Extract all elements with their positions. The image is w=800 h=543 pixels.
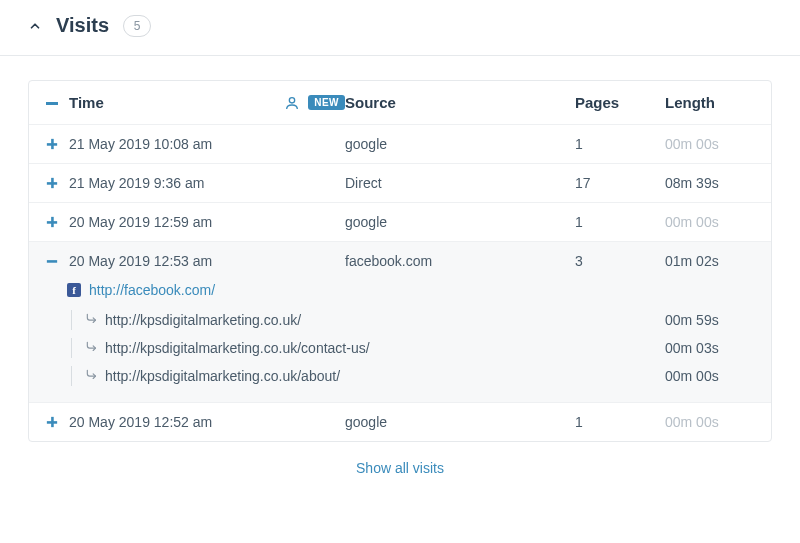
referrer-row: fhttp://facebook.com/ [29, 280, 771, 304]
svg-rect-3 [47, 143, 57, 146]
tree-line [71, 310, 72, 330]
page-url: http://kpsdigitalmarketing.co.uk/ [105, 312, 665, 328]
visit-length: 00m 00s [665, 414, 755, 430]
collapse-row-icon[interactable] [45, 254, 59, 268]
visit-length: 08m 39s [665, 175, 755, 191]
collapse-section-icon[interactable] [28, 19, 42, 33]
visit-time: 20 May 2019 12:59 am [69, 214, 212, 230]
visit-time: 21 May 2019 10:08 am [69, 136, 212, 152]
tree-line [71, 366, 72, 386]
visit-pages: 1 [575, 414, 665, 430]
facebook-icon: f [67, 283, 81, 297]
section-title: Visits [56, 14, 109, 37]
visit-length: 00m 00s [665, 136, 755, 152]
visit-source: facebook.com [345, 253, 575, 269]
visit-pages: 1 [575, 136, 665, 152]
svg-rect-5 [47, 182, 57, 185]
page-url: http://kpsdigitalmarketing.co.uk/contact… [105, 340, 665, 356]
visit-pages: 3 [575, 253, 665, 269]
table-row: 20 May 2019 12:53 amfacebook.com301m 02s [29, 242, 771, 280]
section-header: Visits 5 [0, 0, 800, 56]
svg-point-1 [289, 97, 294, 102]
visit-time: 21 May 2019 9:36 am [69, 175, 204, 191]
svg-rect-7 [47, 221, 57, 224]
visit-source: Direct [345, 175, 575, 191]
new-badge: NEW [308, 95, 345, 110]
visit-count-badge: 5 [123, 15, 151, 37]
visit-time: 20 May 2019 12:52 am [69, 414, 212, 430]
page-duration: 00m 59s [665, 312, 755, 328]
table-row: 20 May 2019 12:52 amgoogle100m 00s [29, 403, 771, 441]
visit-source: google [345, 136, 575, 152]
visits-table: Time NEW Source Pages Length 21 May 2019… [0, 56, 800, 508]
expand-row-icon[interactable] [45, 137, 59, 151]
tree-line [71, 338, 72, 358]
column-header-time: Time [69, 94, 104, 111]
svg-rect-8 [47, 260, 57, 263]
page-row: http://kpsdigitalmarketing.co.uk/00m 59s [71, 306, 755, 334]
visit-pages: 17 [575, 175, 665, 191]
table-header-row: Time NEW Source Pages Length [29, 81, 771, 125]
column-header-source: Source [345, 94, 575, 111]
svg-rect-10 [47, 421, 57, 424]
table-row: 21 May 2019 9:36 amDirect1708m 39s [29, 164, 771, 203]
expand-row-icon[interactable] [45, 215, 59, 229]
visit-length: 00m 00s [665, 214, 755, 230]
visit-source: google [345, 414, 575, 430]
visit-source: google [345, 214, 575, 230]
column-header-pages: Pages [575, 94, 665, 111]
page-row: http://kpsdigitalmarketing.co.uk/contact… [71, 334, 755, 362]
expand-row-icon[interactable] [45, 176, 59, 190]
person-icon [284, 95, 300, 111]
collapse-all-icon[interactable] [45, 96, 59, 110]
page-url: http://kpsdigitalmarketing.co.uk/about/ [105, 368, 665, 384]
subpage-arrow-icon [85, 312, 101, 328]
page-row: http://kpsdigitalmarketing.co.uk/about/0… [71, 362, 755, 390]
table-row: 21 May 2019 10:08 amgoogle100m 00s [29, 125, 771, 164]
visit-length: 01m 02s [665, 253, 755, 269]
referrer-link[interactable]: http://facebook.com/ [89, 282, 215, 298]
visit-pages: 1 [575, 214, 665, 230]
subpage-arrow-icon [85, 340, 101, 356]
expanded-visit: 20 May 2019 12:53 amfacebook.com301m 02s… [29, 242, 771, 403]
page-duration: 00m 03s [665, 340, 755, 356]
visit-time: 20 May 2019 12:53 am [69, 253, 212, 269]
column-header-length: Length [665, 94, 755, 111]
page-duration: 00m 00s [665, 368, 755, 384]
expand-row-icon[interactable] [45, 415, 59, 429]
svg-rect-0 [46, 102, 58, 105]
table-row: 20 May 2019 12:59 amgoogle100m 00s [29, 203, 771, 242]
subpage-arrow-icon [85, 368, 101, 384]
show-all-visits-link[interactable]: Show all visits [28, 442, 772, 498]
